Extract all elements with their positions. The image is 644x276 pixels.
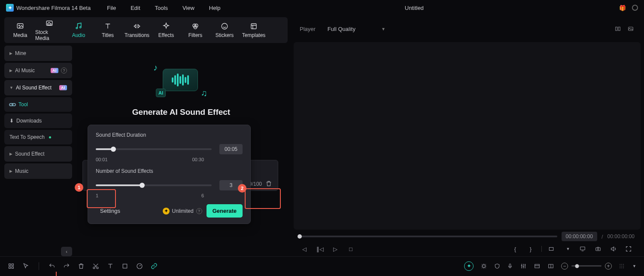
- svg-rect-15: [596, 248, 601, 251]
- menu-view[interactable]: View: [176, 5, 200, 11]
- caret-right-icon: ▶: [9, 68, 12, 73]
- tab-media[interactable]: Media: [6, 22, 34, 38]
- count-slider[interactable]: [96, 184, 212, 186]
- help-icon[interactable]: ?: [61, 67, 67, 74]
- tab-filters[interactable]: Filters: [181, 22, 210, 38]
- text-tool-icon[interactable]: [107, 263, 114, 270]
- duration-slider[interactable]: [96, 148, 212, 150]
- tab-transitions[interactable]: Transitions: [123, 22, 151, 38]
- mark-in-icon[interactable]: {: [510, 246, 520, 252]
- menu-help[interactable]: Help: [203, 5, 227, 11]
- svg-point-16: [597, 248, 599, 250]
- delete-icon[interactable]: [78, 263, 85, 270]
- timeline-grid-icon[interactable]: [619, 263, 626, 270]
- preview-canvas[interactable]: [294, 42, 641, 230]
- timeline-toolbar: ✦ − + ▼: [0, 256, 644, 275]
- sidebar-subitem-downloads[interactable]: ⬇Downloads: [4, 113, 72, 128]
- svg-point-4: [80, 27, 81, 28]
- svg-rect-23: [123, 264, 127, 268]
- chevron-down-icon[interactable]: ▼: [563, 247, 573, 251]
- record-icon[interactable]: [632, 5, 638, 11]
- menu-edit[interactable]: Edit: [125, 5, 146, 11]
- undo-icon[interactable]: [49, 263, 55, 270]
- svg-rect-19: [9, 267, 11, 268]
- sidebar-item-music[interactable]: ▶Music: [4, 163, 72, 179]
- tab-effects[interactable]: Effects: [152, 22, 180, 38]
- trash-icon[interactable]: [265, 180, 272, 187]
- panel-title: Generate AI Sound Effect: [132, 107, 230, 117]
- tab-titles[interactable]: Titles: [94, 22, 122, 38]
- sidebar-item-mine[interactable]: ▶Mine: [4, 46, 72, 61]
- callout-2: 2: [238, 184, 246, 193]
- svg-rect-10: [616, 27, 617, 31]
- svg-rect-11: [618, 27, 620, 31]
- mic-icon[interactable]: [507, 263, 513, 270]
- sidebar-item-text-to-speech[interactable]: Text To Speech: [4, 130, 72, 144]
- scrubber[interactable]: [300, 236, 557, 237]
- zoom-slider[interactable]: [571, 265, 601, 267]
- stop-button[interactable]: □: [346, 246, 355, 252]
- fullscreen-icon[interactable]: [625, 245, 635, 252]
- shield-icon[interactable]: [494, 263, 500, 270]
- cursor-icon[interactable]: [22, 263, 29, 270]
- layout2-icon[interactable]: [547, 263, 554, 269]
- sidebar-subitem-tool[interactable]: 🔗Tool: [4, 97, 72, 112]
- snapshot-icon[interactable]: [627, 26, 635, 32]
- camera-icon[interactable]: [594, 246, 604, 252]
- chevron-down-icon[interactable]: ▼: [632, 264, 636, 268]
- download-icon: ⬇: [9, 118, 14, 124]
- sidebar-item-ai-music[interactable]: ▶AI MusicAI?: [4, 63, 72, 78]
- menu-tools[interactable]: Tools: [149, 5, 174, 11]
- layout1-icon[interactable]: [534, 263, 541, 269]
- zoom-out-icon[interactable]: −: [561, 263, 568, 270]
- chain-icon[interactable]: [151, 263, 158, 270]
- sidebar-item-ai-sound-effect[interactable]: ▼AI Sound EffectAI: [4, 80, 72, 95]
- svg-rect-26: [509, 264, 511, 266]
- document-title: Untitled: [405, 5, 424, 11]
- step-back-button[interactable]: ‖◁: [315, 246, 325, 252]
- prev-frame-button[interactable]: ◁: [300, 246, 309, 252]
- tab-stock-media[interactable]: Stock Media: [35, 19, 64, 41]
- compare-view-icon[interactable]: [614, 26, 622, 32]
- collapse-sidebar-button[interactable]: ‹: [61, 247, 72, 256]
- sticker-icon: [220, 22, 229, 31]
- speed-icon[interactable]: [136, 263, 143, 270]
- help-icon[interactable]: ?: [196, 208, 202, 214]
- callout-1: 1: [75, 183, 83, 192]
- zoom-in-icon[interactable]: +: [605, 263, 612, 270]
- duration-range: 00:0100:30: [96, 157, 204, 162]
- volume-icon[interactable]: [610, 245, 619, 252]
- display-icon[interactable]: [579, 246, 588, 252]
- mixer-icon[interactable]: [520, 263, 527, 270]
- mark-out-icon[interactable]: }: [526, 246, 535, 252]
- dot-indicator-icon: [49, 136, 51, 138]
- svg-rect-0: [17, 24, 23, 28]
- tab-audio[interactable]: Audio: [64, 22, 93, 38]
- tab-templates[interactable]: Templates: [240, 22, 268, 38]
- tab-stickers[interactable]: Stickers: [210, 22, 239, 38]
- music-icon: [74, 22, 83, 31]
- svg-point-3: [76, 28, 77, 29]
- generate-button[interactable]: Generate: [207, 204, 243, 218]
- sidebar-item-sound-effect[interactable]: ▶Sound Effect: [4, 146, 72, 162]
- adjust-icon[interactable]: [480, 263, 487, 270]
- settings-button[interactable]: Settings: [96, 204, 125, 218]
- ai-assistant-icon[interactable]: ✦: [464, 261, 474, 271]
- svg-point-1: [19, 25, 20, 26]
- svg-rect-13: [549, 248, 553, 251]
- gift-icon[interactable]: 🎁: [619, 5, 626, 11]
- cut-icon[interactable]: [92, 263, 99, 270]
- svg-point-8: [222, 23, 228, 29]
- app-logo-icon: ✦: [6, 4, 14, 12]
- quality-select[interactable]: Full Quality▼: [323, 24, 390, 34]
- play-button[interactable]: ▷: [331, 246, 340, 252]
- grid-icon[interactable]: [8, 263, 15, 270]
- count-range: 16: [96, 193, 204, 198]
- redo-icon[interactable]: [63, 263, 70, 270]
- ratio-icon[interactable]: [548, 246, 557, 252]
- cloud-media-icon: [45, 19, 54, 28]
- zoom-control: − +: [561, 263, 612, 270]
- app-title: Wondershare Filmora 14 Beta: [16, 5, 91, 11]
- crop-icon[interactable]: [122, 263, 128, 270]
- menu-file[interactable]: File: [101, 5, 122, 11]
